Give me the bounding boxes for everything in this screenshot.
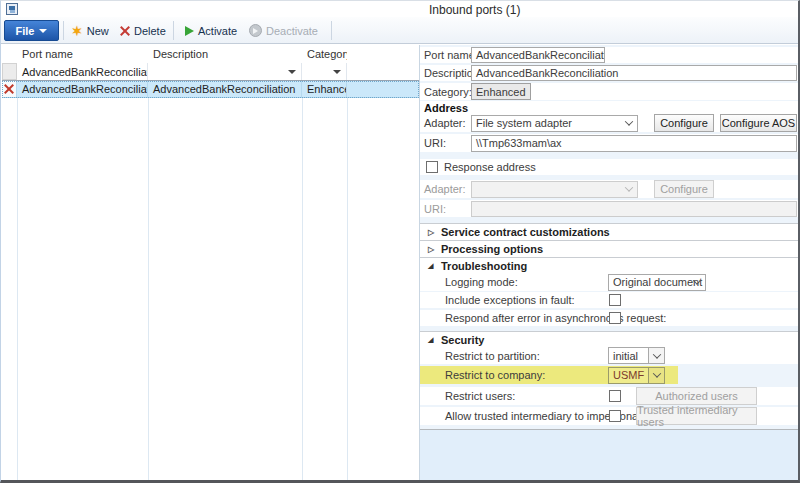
description-row: Description: AdvancedBankReconciliation [420,65,798,81]
restrict-partition-row: Restrict to partition: initial [420,347,798,364]
response-adapter-row: Adapter: Configure [420,180,798,198]
restrict-company-row: Restrict to company: USMF [420,366,798,384]
section-service-contract[interactable]: ▷ Service contract customizations [420,223,798,240]
ports-grid: Port name Description Category AdvancedB… [2,45,419,480]
filter-category[interactable] [302,63,347,80]
respond-after-error-label: Respond after error in asynchronous requ… [424,312,666,324]
activate-button-label: Activate [198,25,237,37]
adapter-combobox[interactable]: File system adapter [471,115,638,132]
respond-after-error-row: Respond after error in asynchronous requ… [420,310,798,326]
port-name-label: Port name: [424,49,478,61]
restrict-users-label: Restrict users: [424,390,515,402]
category-label: Category: [424,86,472,98]
delete-x-icon [119,25,130,36]
category-value: Enhanced [471,83,531,100]
cell-description[interactable]: AdvancedBankReconciliation [148,81,302,97]
deactivate-circle-icon [249,24,262,37]
port-name-input[interactable]: AdvancedBankReconciliation [471,47,605,63]
section-troubleshooting-label: Troubleshooting [441,260,527,272]
chevron-down-icon[interactable] [652,350,660,358]
title-bar: Inbound ports (1) [1,1,798,17]
toolbar: File ✶ New Delete Activate Deactivate [1,17,798,44]
configure-aos-button[interactable]: Configure AOS [720,114,797,132]
response-configure-button: Configure [654,180,714,198]
logging-mode-combobox[interactable]: Original document [608,274,706,291]
activate-play-icon [185,26,194,36]
section-security-label: Security [441,334,484,346]
toolbar-separator [173,21,174,40]
table-row[interactable]: AdvancedBankReconciliation AdvancedBankR… [2,81,419,98]
deactivate-button-label: Deactivate [266,25,318,37]
include-exceptions-label: Include exceptions in fault: [424,294,575,306]
inbound-ports-window: Inbound ports (1) File ✶ New Delete Acti… [0,0,800,483]
toolbar-separator [63,21,64,40]
allow-trusted-checkbox[interactable] [609,410,621,422]
file-menu-button[interactable]: File [4,20,59,41]
section-processing-options[interactable]: ▷ Processing options [420,240,798,257]
filter-dropdown-icon[interactable] [288,70,296,74]
response-adapter-label: Adapter: [424,183,466,195]
logging-mode-row: Logging mode: Original document [420,273,798,291]
response-uri-input [471,201,797,217]
section-service-contract-label: Service contract customizations [441,226,610,238]
new-star-icon: ✶ [71,25,83,37]
response-uri-label: URI: [424,203,446,215]
response-address-checkbox[interactable] [426,161,438,173]
port-name-row: Port name: AdvancedBankReconciliation [420,47,798,63]
adapter-label: Adapter: [424,117,466,129]
chevron-down-icon [39,29,47,33]
chevron-down-icon [625,183,633,191]
filter-port-name[interactable]: AdvancedBankReconciliation [17,63,148,80]
response-uri-row: URI: [420,200,798,217]
restrict-users-row: Restrict users: Authorized users [420,387,798,405]
restrict-partition-combobox[interactable]: initial [608,347,665,364]
filter-description[interactable] [148,63,302,80]
new-button[interactable]: ✶ New [71,21,109,40]
include-exceptions-checkbox[interactable] [609,294,621,306]
deactivate-button: Deactivate [249,21,318,40]
collapsed-triangle-icon: ▷ [428,228,441,237]
response-address-label: Response address [444,161,536,173]
section-security[interactable]: ◢ Security [420,331,798,347]
grid-header-row: Port name Description Category [2,45,419,63]
column-header-description[interactable]: Description [148,45,302,63]
filter-dropdown-icon[interactable] [333,70,341,74]
grid-filter-row: AdvancedBankReconciliation [2,63,419,81]
restrict-partition-label: Restrict to partition: [424,350,540,362]
trusted-intermediary-users-button: Trusted intermediary users [636,407,757,425]
restrict-company-combobox[interactable]: USMF [608,367,665,384]
chevron-down-icon[interactable] [652,369,660,377]
column-header-category[interactable]: Category [302,45,347,63]
activate-button[interactable]: Activate [185,21,237,40]
collapsed-triangle-icon: ▷ [428,245,441,254]
file-menu-label: File [16,25,35,37]
response-address-row: Response address [420,159,798,175]
respond-after-error-checkbox[interactable] [609,312,621,324]
port-details-panel: Port name: AdvancedBankReconciliation De… [419,45,798,480]
expanded-triangle-icon: ◢ [428,262,441,270]
category-row: Category: Enhanced [420,83,798,100]
configure-button[interactable]: Configure [654,114,714,132]
delete-button[interactable]: Delete [119,21,166,40]
panel-footer [420,429,798,480]
include-exceptions-row: Include exceptions in fault: [420,292,798,308]
description-input[interactable]: AdvancedBankReconciliation [471,65,797,81]
uri-row: URI: \\Tmp633mam\ax [420,134,798,152]
chevron-down-icon[interactable] [625,117,633,125]
record-marker [2,81,17,97]
allow-trusted-row: Allow trusted intermediary to impersonat… [420,407,798,425]
cell-port-name[interactable]: AdvancedBankReconciliation [17,81,148,97]
logging-mode-label: Logging mode: [424,276,518,288]
uri-input[interactable]: \\Tmp633mam\ax [471,135,797,152]
page-title: Inbound ports (1) [429,3,520,17]
new-button-label: New [87,25,109,37]
uri-label: URI: [424,137,446,149]
section-processing-options-label: Processing options [441,243,543,255]
restrict-users-checkbox[interactable] [609,390,621,402]
chevron-down-icon[interactable] [693,276,701,284]
restrict-company-label: Restrict to company: [424,369,545,381]
expanded-triangle-icon: ◢ [428,336,441,344]
section-troubleshooting[interactable]: ◢ Troubleshooting [420,257,798,273]
cell-category[interactable]: Enhanced [302,81,347,97]
column-header-port-name[interactable]: Port name [17,45,148,63]
